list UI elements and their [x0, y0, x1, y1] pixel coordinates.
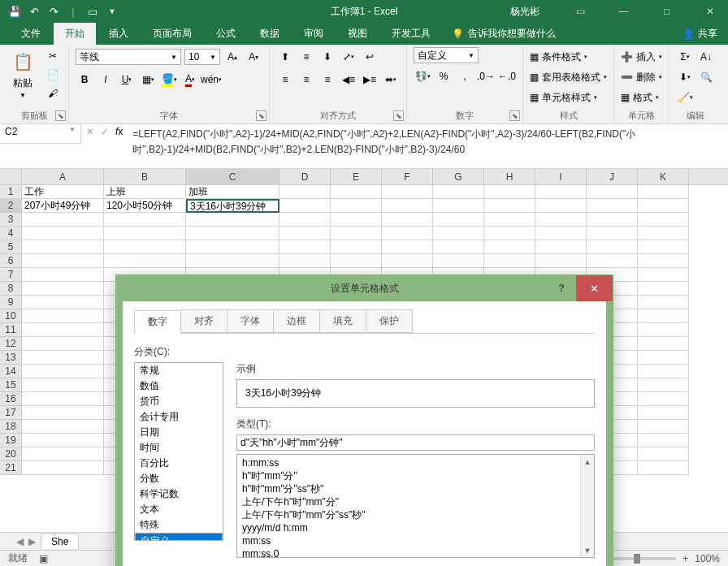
- category-item[interactable]: 常规: [135, 363, 223, 378]
- cell[interactable]: [638, 309, 689, 323]
- column-header[interactable]: C: [186, 169, 280, 184]
- underline-button[interactable]: U▾: [118, 71, 136, 89]
- cell[interactable]: [22, 268, 104, 282]
- accounting-format-button[interactable]: 💱▾: [414, 67, 431, 85]
- cell[interactable]: [280, 240, 331, 254]
- cell[interactable]: [433, 199, 484, 213]
- tab-developer[interactable]: 开发工具: [380, 23, 442, 45]
- conditional-format-button[interactable]: ▦条件格式 ▾: [530, 47, 587, 67]
- minimize-icon[interactable]: —: [605, 0, 642, 23]
- category-item[interactable]: 数值: [135, 378, 223, 394]
- alignment-launcher[interactable]: ⬊: [393, 110, 404, 121]
- cell[interactable]: [638, 185, 689, 199]
- delete-cells-button[interactable]: ➖删除 ▾: [621, 67, 662, 87]
- column-header[interactable]: H: [484, 169, 535, 184]
- cell[interactable]: [535, 213, 587, 227]
- align-middle-button[interactable]: ≡: [297, 48, 315, 66]
- font-name-select[interactable]: 等线▼: [76, 49, 181, 65]
- cell[interactable]: [638, 447, 689, 461]
- row-header[interactable]: 4: [0, 227, 22, 240]
- cell[interactable]: [535, 199, 587, 213]
- cell[interactable]: [382, 254, 433, 268]
- column-header[interactable]: K: [638, 169, 689, 184]
- category-item[interactable]: 时间: [135, 440, 223, 456]
- cell[interactable]: [587, 185, 638, 199]
- ribbon-options-icon[interactable]: ▭: [562, 0, 599, 23]
- tab-layout[interactable]: 页面布局: [141, 23, 203, 45]
- column-header[interactable]: E: [331, 169, 382, 184]
- type-list[interactable]: h:mm:ssh"时"mm"分"h"时"mm"分"ss"秒"上午/下午h"时"m…: [236, 454, 595, 558]
- align-center-button[interactable]: ≡: [297, 71, 315, 89]
- category-item[interactable]: 特殊: [135, 517, 223, 533]
- cell[interactable]: [535, 240, 587, 254]
- fill-color-button[interactable]: 🪣▾: [160, 71, 178, 89]
- cell[interactable]: [638, 365, 689, 378]
- tab-home[interactable]: 开始: [54, 23, 96, 45]
- cell[interactable]: [638, 378, 689, 392]
- comma-button[interactable]: ,: [456, 67, 474, 85]
- tab-file[interactable]: 文件: [10, 23, 52, 45]
- dialog-tab[interactable]: 填充: [319, 309, 366, 333]
- cell[interactable]: [280, 199, 331, 213]
- column-header[interactable]: J: [587, 169, 638, 184]
- cell[interactable]: [22, 296, 104, 309]
- select-all-corner[interactable]: [0, 169, 22, 184]
- cell[interactable]: [638, 420, 689, 434]
- cell[interactable]: [638, 351, 689, 365]
- bold-button[interactable]: B: [76, 71, 93, 89]
- indent-increase-button[interactable]: ▶≡: [361, 71, 379, 89]
- align-top-button[interactable]: ⬆: [276, 48, 294, 66]
- row-header[interactable]: 1: [0, 185, 22, 199]
- indent-decrease-button[interactable]: ◀≡: [340, 71, 358, 89]
- qat-dropdown-icon[interactable]: ▼: [106, 5, 119, 18]
- cell[interactable]: [22, 365, 104, 378]
- cell[interactable]: [22, 420, 104, 434]
- cell[interactable]: [433, 185, 484, 199]
- cell[interactable]: [638, 282, 689, 296]
- fx-button[interactable]: fx: [115, 126, 123, 137]
- category-item[interactable]: 日期: [135, 425, 223, 440]
- cell[interactable]: [433, 254, 484, 268]
- increase-decimal-button[interactable]: .0→: [477, 67, 495, 85]
- cell[interactable]: [186, 227, 280, 240]
- dialog-tab[interactable]: 保护: [366, 309, 413, 333]
- cell[interactable]: [186, 254, 280, 268]
- category-item[interactable]: 会计专用: [135, 409, 223, 425]
- cell[interactable]: [484, 199, 535, 213]
- cell[interactable]: [535, 185, 587, 199]
- cell[interactable]: [587, 213, 638, 227]
- cell[interactable]: [382, 213, 433, 227]
- row-header[interactable]: 11: [0, 323, 22, 337]
- cell[interactable]: [638, 296, 689, 309]
- type-list-item[interactable]: h"时"mm"分"ss"秒": [237, 482, 594, 495]
- cell[interactable]: [22, 240, 104, 254]
- cell[interactable]: [186, 240, 280, 254]
- zoom-in-button[interactable]: +: [682, 553, 688, 564]
- tab-view[interactable]: 视图: [336, 23, 379, 45]
- clipboard-launcher[interactable]: ⬊: [55, 110, 66, 121]
- table-format-button[interactable]: ▦套用表格格式 ▾: [530, 67, 607, 87]
- cell[interactable]: [433, 227, 484, 240]
- percent-button[interactable]: %: [435, 67, 453, 85]
- tab-data[interactable]: 数据: [249, 23, 291, 45]
- type-list-item[interactable]: mm:ss: [237, 534, 594, 547]
- cell[interactable]: [331, 240, 382, 254]
- cell[interactable]: [433, 213, 484, 227]
- name-box[interactable]: C2▼: [0, 124, 81, 144]
- row-header[interactable]: 5: [0, 240, 22, 254]
- category-item[interactable]: 文本: [135, 502, 223, 517]
- font-color-button[interactable]: A▾: [181, 71, 199, 89]
- cancel-formula-button[interactable]: ✕: [86, 126, 94, 137]
- type-list-scrollbar[interactable]: ▲ ▼: [580, 455, 594, 557]
- cell[interactable]: [382, 185, 433, 199]
- row-header[interactable]: 7: [0, 268, 22, 282]
- cell[interactable]: [331, 185, 382, 199]
- maximize-icon[interactable]: □: [648, 0, 685, 23]
- zoom-thumb[interactable]: [634, 554, 640, 564]
- cell[interactable]: [638, 323, 689, 337]
- cell[interactable]: [638, 268, 689, 282]
- cell[interactable]: [331, 227, 382, 240]
- column-header[interactable]: B: [104, 169, 186, 184]
- tab-review[interactable]: 审阅: [292, 23, 335, 45]
- cell[interactable]: [638, 392, 689, 406]
